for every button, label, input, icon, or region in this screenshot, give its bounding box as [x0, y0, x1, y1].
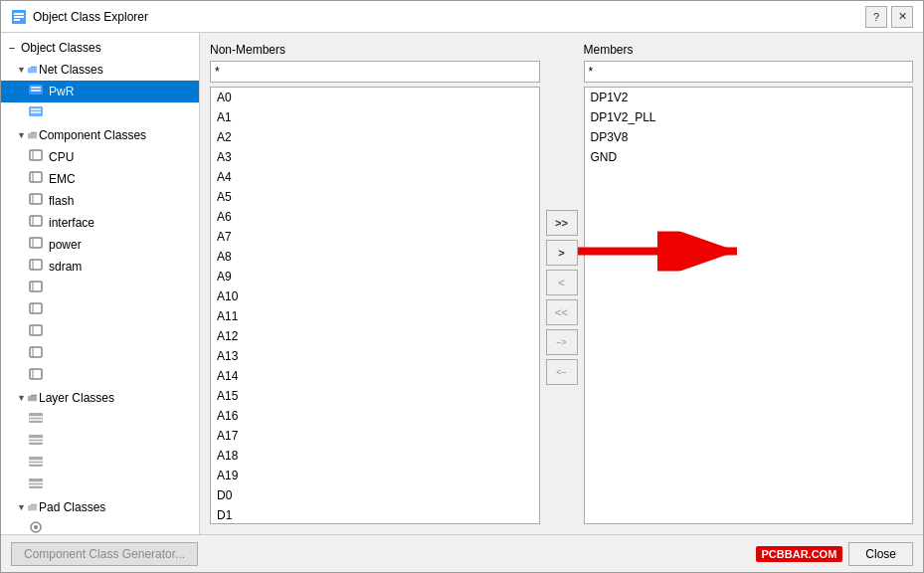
- svg-rect-10: [30, 150, 42, 160]
- svg-rect-14: [30, 194, 42, 204]
- tree-item-pwr[interactable]: PwR: [1, 81, 199, 102]
- members-filter[interactable]: [584, 61, 914, 83]
- tree-item-label: Component Classes: [39, 126, 146, 144]
- title-bar: Object Class Explorer ? ✕: [1, 1, 923, 33]
- non-member-item[interactable]: A14: [211, 366, 539, 386]
- tree-item-inside-board[interactable]: [1, 321, 199, 343]
- bottom-bar: Component Class Generator... PCBBAR.COM …: [1, 534, 923, 572]
- tree-item-label: flash: [49, 192, 74, 210]
- non-member-item[interactable]: D1: [211, 505, 539, 524]
- tree-item-flash[interactable]: flash: [1, 190, 199, 212]
- member-item[interactable]: DP1V2_PLL: [585, 107, 913, 127]
- svg-rect-24: [30, 303, 42, 313]
- tree-item-all-layers[interactable]: [1, 409, 199, 431]
- tree-item-all-nets[interactable]: [1, 102, 199, 124]
- non-member-item[interactable]: A19: [211, 466, 539, 485]
- tree-item-all-pads[interactable]: [1, 518, 199, 534]
- tree-item-pad-classes[interactable]: ▼ Pad Classes: [1, 496, 199, 518]
- member-item[interactable]: DP3V8: [585, 127, 913, 147]
- svg-rect-22: [30, 282, 42, 291]
- tree-item-outside-board[interactable]: [1, 343, 199, 365]
- non-member-item[interactable]: A10: [211, 286, 539, 306]
- tree-item-electrical-layers[interactable]: [1, 453, 199, 475]
- non-member-item[interactable]: A7: [211, 227, 539, 247]
- move-selected-right-button[interactable]: –>: [546, 329, 578, 355]
- help-button[interactable]: ?: [865, 6, 887, 28]
- tree-item-cpu[interactable]: CPU: [1, 146, 199, 168]
- tree-item-sdram[interactable]: sdram: [1, 256, 199, 278]
- tree-item-power[interactable]: power: [1, 234, 199, 256]
- tree-item-emc[interactable]: EMC: [1, 168, 199, 190]
- non-members-filter[interactable]: [210, 61, 540, 83]
- tree-item-label: Object Classes: [21, 39, 101, 57]
- non-member-item[interactable]: A9: [211, 267, 539, 286]
- svg-rect-41: [29, 478, 43, 488]
- non-member-item[interactable]: A5: [211, 187, 539, 207]
- tree-item-bottom-side[interactable]: [1, 299, 199, 321]
- tree-item-net-classes[interactable]: ▼ Net Classes: [1, 59, 199, 81]
- tree-panel: −Object Classes ▼ Net Classes PwR ▼: [1, 33, 200, 534]
- svg-rect-28: [30, 347, 42, 357]
- non-member-item[interactable]: A12: [211, 326, 539, 346]
- member-item[interactable]: DP1V2: [585, 88, 913, 107]
- non-member-item[interactable]: D0: [211, 485, 539, 505]
- non-member-item[interactable]: A2: [211, 127, 539, 147]
- object-class-explorer-dialog: Object Class Explorer ? ✕ −Object Classe…: [0, 0, 924, 573]
- transfer-buttons: >> >: [540, 43, 584, 524]
- member-item[interactable]: GND: [585, 147, 913, 167]
- tree-item-object-classes[interactable]: −Object Classes: [1, 37, 199, 59]
- non-member-item[interactable]: A0: [211, 88, 539, 107]
- bottom-right: PCBBAR.COM Close: [756, 542, 913, 566]
- non-member-item[interactable]: A4: [211, 167, 539, 187]
- tree-item-label: power: [49, 236, 82, 254]
- tree-item-label: interface: [49, 214, 94, 232]
- non-member-item[interactable]: A11: [211, 306, 539, 326]
- tree-item-label: Layer Classes: [39, 389, 114, 407]
- non-member-item[interactable]: A18: [211, 446, 539, 466]
- svg-rect-26: [30, 325, 42, 335]
- move-selected-left-button[interactable]: <–: [546, 359, 578, 385]
- non-member-item[interactable]: A6: [211, 207, 539, 227]
- svg-rect-16: [30, 216, 42, 226]
- non-member-item[interactable]: A8: [211, 247, 539, 267]
- title-bar-left: Object Class Explorer: [11, 9, 148, 25]
- svg-rect-4: [29, 85, 43, 95]
- move-left-button[interactable]: <: [546, 270, 578, 295]
- members-section: Members DP1V2DP1V2_PLLDP3V8GND: [584, 43, 914, 524]
- tree-item-layer-classes[interactable]: ▼ Layer Classes: [1, 387, 199, 409]
- non-member-item[interactable]: A17: [211, 426, 539, 446]
- non-member-item[interactable]: A16: [211, 406, 539, 426]
- non-members-list[interactable]: A0A1A2A3A4A5A6A7A8A9A10A11A12A13A14A15A1…: [210, 87, 540, 524]
- tree-item-top-side[interactable]: [1, 365, 199, 387]
- svg-rect-7: [29, 106, 43, 116]
- title-bar-buttons: ? ✕: [865, 6, 913, 28]
- dialog-title: Object Class Explorer: [33, 10, 148, 24]
- tree-item-label: sdram: [49, 258, 82, 276]
- component-class-generator-button[interactable]: Component Class Generator...: [11, 542, 198, 566]
- move-all-right-button[interactable]: >>: [546, 210, 578, 236]
- non-members-label: Non-Members: [210, 43, 540, 57]
- lists-area: Non-Members A0A1A2A3A4A5A6A7A8A9A10A11A1…: [210, 43, 913, 524]
- main-panel: Non-Members A0A1A2A3A4A5A6A7A8A9A10A11A1…: [200, 33, 923, 534]
- close-button[interactable]: Close: [848, 542, 913, 566]
- close-x-button[interactable]: ✕: [891, 6, 913, 28]
- svg-rect-35: [29, 435, 43, 445]
- non-member-item[interactable]: A13: [211, 346, 539, 366]
- non-member-item[interactable]: A3: [211, 147, 539, 167]
- members-list[interactable]: DP1V2DP1V2_PLLDP3V8GND: [584, 87, 914, 524]
- move-all-left-button[interactable]: <<: [546, 299, 578, 325]
- members-label: Members: [584, 43, 914, 57]
- tree-item-component-layers[interactable]: [1, 431, 199, 453]
- tree-item-label: Pad Classes: [39, 498, 105, 516]
- svg-rect-3: [14, 19, 20, 21]
- non-member-item[interactable]: A15: [211, 386, 539, 406]
- tree-item-all-components[interactable]: [1, 278, 199, 299]
- tree-item-signal-layers[interactable]: [1, 475, 199, 496]
- pcbbar-logo: PCBBAR.COM: [756, 546, 843, 562]
- tree-item-label: CPU: [49, 148, 74, 166]
- tree-item-interface[interactable]: interface: [1, 212, 199, 234]
- move-right-button[interactable]: >: [546, 240, 578, 266]
- non-member-item[interactable]: A1: [211, 107, 539, 127]
- tree-item-component-classes[interactable]: ▼ Component Classes: [1, 124, 199, 146]
- svg-rect-18: [30, 238, 42, 248]
